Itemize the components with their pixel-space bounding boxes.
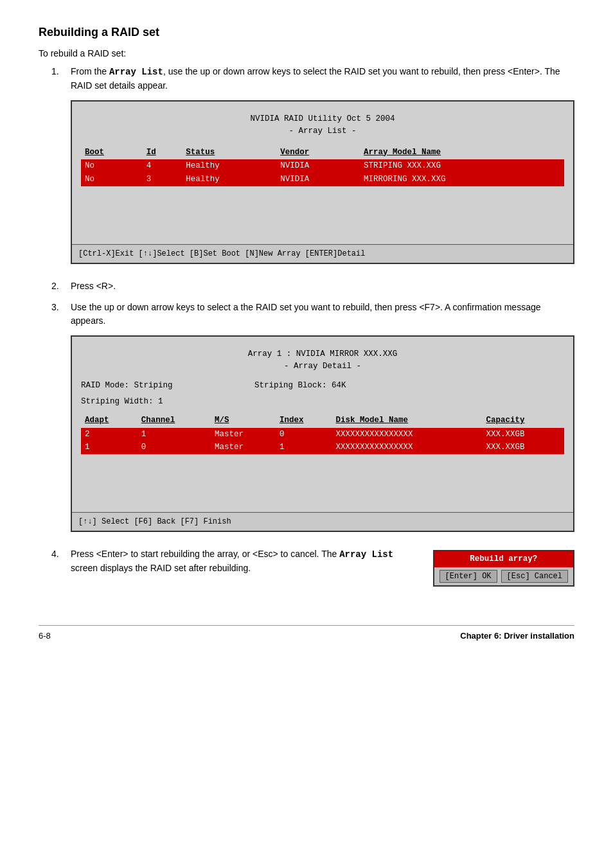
terminal-array-list: NVIDIA RAID Utility Oct 5 2004 - Array L… [71,100,574,264]
step-number: 1. [51,65,71,272]
col-disk: Disk Model Name [332,413,483,428]
col-boot: Boot [81,145,143,160]
table-row: 2 1 Master 0 XXXXXXXXXXXXXXXX XXX.XXGB [81,428,564,441]
intro-text: To rebuild a RAID set: [39,48,574,58]
list-item: 1. From the Array List, use the up or do… [51,65,574,272]
col-vendor: Vendor [276,145,360,160]
page-footer: 6-8 Chapter 6: Driver installation [39,625,574,641]
rebuild-dialog-title: Rebuild array? [434,551,573,567]
table-row: No 3 Healthy NVIDIA MIRRORING XXX.XXG [81,173,564,186]
raid-mode-label: RAID Mode: Striping [81,381,173,390]
step-number: 3. [51,301,71,540]
col-id: Id [143,145,182,160]
chapter-title: Chapter 6: Driver installation [460,631,574,641]
col-capacity: Capacity [482,413,564,428]
list-item: 4. Press <Enter> to start rebuilding the… [51,547,574,587]
step4-text: Press <Enter> to start rebuilding the ar… [71,547,420,575]
page-title: Rebuilding a RAID set [39,26,574,39]
step2-text: Press <R>. [71,281,116,291]
table-row: No 4 Healthy NVIDIA STRIPING XXX.XXG [81,159,564,173]
col-index: Index [276,413,332,428]
striping-block-label: Striping Block: 64K [254,381,346,390]
step3-text: Use the up or down arrow keys to select … [71,302,541,326]
col-ms: M/S [211,413,276,428]
step-number: 2. [51,279,71,293]
list-item: 2. Press <R>. [51,279,574,293]
rebuild-cancel-button[interactable]: [Esc] Cancel [501,570,568,583]
terminal1-statusbar: [Ctrl-X]Exit [↑↓]Select [B]Set Boot [N]N… [72,244,573,263]
table-row: 1 0 Master 1 XXXXXXXXXXXXXXXX XXX.XXGB [81,441,564,454]
terminal1-table: Boot Id Status Vendor Array Model Name N… [81,145,564,186]
col-model: Array Model Name [360,145,564,160]
rebuild-ok-button[interactable]: [Enter] OK [440,570,497,583]
col-status: Status [182,145,276,160]
terminal2-header: Array 1 : NVIDIA MIRROR XXX.XXG - Array … [81,343,564,375]
terminal-array-detail: Array 1 : NVIDIA MIRROR XXX.XXG - Array … [71,335,574,532]
terminal2-statusbar: [↑↓] Select [F6] Back [F7] Finish [72,512,573,531]
rebuild-dialog: Rebuild array? [Enter] OK [Esc] Cancel [433,550,574,587]
list-item: 3. Use the up or down arrow keys to sele… [51,301,574,540]
col-adapt: Adapt [81,413,138,428]
page-number: 6-8 [39,631,51,641]
step-number: 4. [51,547,71,587]
col-channel: Channel [138,413,211,428]
step1-bold: Array List [109,67,163,77]
terminal2-table: Adapt Channel M/S Index Disk Model Name … [81,413,564,454]
terminal1-header: NVIDIA RAID Utility Oct 5 2004 - Array L… [81,108,564,140]
step1-text-before: From the [71,66,109,76]
striping-width-label: Striping Width: 1 [81,397,163,406]
